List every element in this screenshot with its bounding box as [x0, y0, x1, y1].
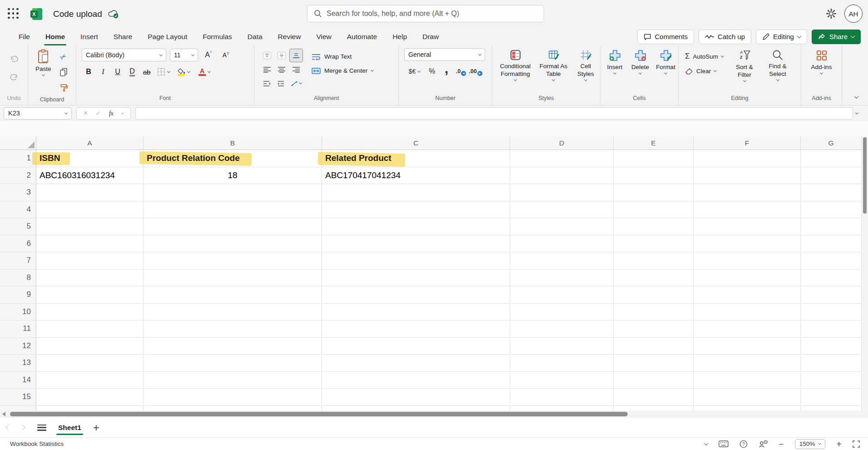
tab-review[interactable]: Review [270, 28, 309, 45]
status-chevron-down-icon[interactable] [704, 441, 709, 445]
row-header-3[interactable]: 3 [0, 184, 36, 201]
row-header-5[interactable]: 5 [0, 218, 36, 235]
cell-C11[interactable] [322, 320, 510, 338]
horizontal-scrollbar[interactable] [0, 410, 868, 418]
cell-A6[interactable] [36, 235, 144, 253]
comments-button[interactable]: Comments [637, 30, 694, 44]
cell-D14[interactable] [510, 372, 614, 389]
cell-B8[interactable] [144, 270, 322, 287]
borders-button[interactable] [154, 65, 173, 79]
bold-button[interactable]: B [82, 65, 95, 79]
align-bottom-button[interactable] [289, 49, 303, 62]
feedback-icon[interactable] [759, 440, 768, 448]
vertical-scrollbar[interactable] [862, 136, 868, 410]
cell-E8[interactable] [614, 270, 694, 287]
cell-G7[interactable] [801, 252, 862, 270]
cell-A3[interactable] [36, 184, 144, 201]
find-select-button[interactable]: Find & Select [764, 48, 792, 82]
cell-E6[interactable] [614, 235, 694, 253]
cell-F13[interactable] [694, 355, 801, 372]
tab-file[interactable]: File [11, 28, 38, 45]
cell-C3[interactable] [322, 184, 510, 201]
tab-automate[interactable]: Automate [339, 28, 385, 45]
cell-B15[interactable] [144, 389, 322, 406]
previous-sheet-icon[interactable] [5, 425, 11, 430]
row-header-10[interactable]: 10 [0, 304, 36, 321]
cell-C8[interactable] [322, 270, 510, 287]
cell-G16[interactable] [801, 406, 862, 411]
cell-A10[interactable] [36, 304, 144, 321]
cell-G3[interactable] [801, 184, 862, 201]
wrap-text-button[interactable]: Wrap Text [310, 52, 375, 61]
cell-G6[interactable] [801, 235, 862, 253]
cell-C2[interactable]: ABC170417041234 [322, 167, 510, 185]
cell-A4[interactable] [36, 201, 144, 219]
addins-button[interactable]: Add-ins [808, 48, 835, 75]
cell-B14[interactable] [144, 372, 322, 389]
cell-B6[interactable] [144, 235, 322, 253]
help-icon[interactable]: ? [739, 440, 748, 448]
cell-C15[interactable] [322, 389, 510, 406]
cell-E2[interactable] [614, 167, 694, 185]
cell-D2[interactable] [510, 167, 614, 185]
accounting-format-button[interactable]: $€ [404, 65, 424, 78]
column-header-g[interactable]: G [801, 136, 862, 150]
column-header-c[interactable]: C [322, 136, 510, 150]
cell-C5[interactable] [322, 218, 510, 235]
row-header-11[interactable]: 11 [0, 320, 36, 338]
saved-to-cloud-icon[interactable] [108, 9, 119, 19]
cell-B16[interactable] [144, 406, 322, 411]
cell-F3[interactable] [694, 184, 801, 201]
editing-mode-button[interactable]: Editing [756, 30, 807, 44]
catch-up-button[interactable]: Catch up [699, 30, 751, 44]
tab-draw[interactable]: Draw [415, 28, 446, 45]
avatar[interactable]: AH [844, 5, 863, 23]
cell-D13[interactable] [510, 355, 614, 372]
cell-D15[interactable] [510, 389, 614, 406]
format-as-table-button[interactable]: Format As Table [537, 48, 570, 82]
cell-E1[interactable] [614, 150, 694, 167]
cell-E5[interactable] [614, 218, 694, 235]
cell-B5[interactable] [144, 218, 322, 235]
cell-F2[interactable] [694, 167, 801, 185]
cell-D10[interactable] [510, 304, 614, 321]
cell-E13[interactable] [614, 355, 694, 372]
row-header-14[interactable]: 14 [0, 372, 36, 389]
cell-A12[interactable] [36, 338, 144, 355]
cell-F6[interactable] [694, 235, 801, 253]
row-header-13[interactable]: 13 [0, 355, 36, 372]
fill-color-button[interactable] [174, 65, 193, 79]
tab-data[interactable]: Data [240, 28, 270, 45]
tab-home[interactable]: Home [38, 28, 73, 45]
shrink-font-button[interactable]: Av [219, 48, 233, 62]
grow-font-button[interactable]: A^ [202, 48, 215, 62]
cell-F9[interactable] [694, 286, 801, 304]
cell-F16[interactable] [694, 406, 801, 411]
increase-decimal-button[interactable]: .00 [469, 65, 482, 78]
cell-F8[interactable] [694, 270, 801, 287]
expand-formula-bar-icon[interactable] [855, 111, 858, 114]
row-header-2[interactable]: 2 [0, 167, 36, 185]
formula-input[interactable] [135, 107, 853, 120]
double-underline-button[interactable]: D [125, 65, 139, 79]
cell-A1[interactable]: ISBN [36, 150, 144, 167]
cell-A8[interactable] [36, 270, 144, 287]
name-box[interactable]: K23 [4, 107, 72, 120]
delete-cells-button[interactable]: Delete [628, 48, 653, 75]
cell-D11[interactable] [510, 320, 614, 338]
cell-D16[interactable] [510, 406, 614, 411]
cell-D9[interactable] [510, 286, 614, 304]
cell-A9[interactable] [36, 286, 144, 304]
cut-button[interactable]: ✂ [57, 50, 70, 64]
cell-E9[interactable] [614, 286, 694, 304]
undo-button[interactable] [7, 52, 21, 65]
row-header-12[interactable]: 12 [0, 338, 36, 355]
cell-G8[interactable] [801, 270, 862, 287]
scroll-left-arrow-icon[interactable] [2, 412, 5, 416]
cell-B4[interactable] [144, 201, 322, 219]
align-right-button[interactable] [289, 63, 303, 76]
column-header-f[interactable]: F [694, 136, 801, 150]
copy-button[interactable] [57, 65, 70, 79]
align-center-button[interactable] [275, 63, 288, 76]
cell-B1[interactable]: Product Relation Code [144, 150, 322, 167]
